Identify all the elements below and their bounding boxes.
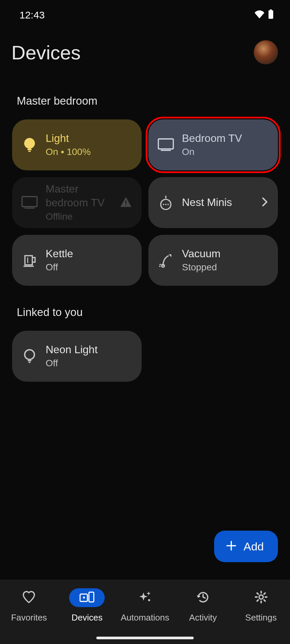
device-card-title: Light: [46, 131, 132, 146]
device-card-neon-light[interactable]: Neon Light Off: [12, 331, 142, 382]
device-card-status: On: [182, 145, 269, 158]
nav-settings[interactable]: Settings: [233, 588, 290, 623]
device-card-status: Off: [46, 261, 132, 274]
nav-label: Favorites: [11, 612, 47, 623]
tv-icon: [21, 195, 38, 211]
device-card-vacuum[interactable]: Vacuum Stopped: [148, 235, 278, 286]
svg-point-2: [24, 138, 35, 149]
svg-rect-3: [28, 149, 32, 150]
status-bar: 12:43: [0, 0, 290, 30]
svg-rect-8: [25, 208, 35, 209]
profile-avatar[interactable]: [254, 40, 278, 64]
device-card-status: Stopped: [182, 261, 269, 274]
svg-point-32: [259, 595, 263, 599]
nav-label: Activity: [189, 612, 217, 623]
svg-point-14: [165, 204, 166, 205]
page-header: Devices: [0, 30, 290, 74]
device-card-master-bedroom-tv[interactable]: Master bedroom TV Offline: [12, 177, 142, 228]
svg-rect-0: [270, 9, 272, 10]
device-grid-linked: Neon Light Off: [0, 319, 290, 382]
device-grid-master-bedroom: Light On • 100% Bedroom TV On Master bed…: [0, 107, 290, 286]
device-card-bedroom-tv[interactable]: Bedroom TV On: [148, 119, 278, 170]
nav-label: Settings: [245, 612, 277, 623]
svg-point-15: [167, 204, 169, 205]
svg-rect-4: [28, 151, 31, 152]
device-card-status: On • 100%: [46, 145, 132, 158]
svg-point-19: [159, 266, 160, 267]
device-card-title: Master bedroom TV: [46, 182, 117, 210]
device-card-title: Nest Minis: [182, 196, 269, 210]
gear-icon: [254, 590, 268, 605]
svg-point-28: [83, 597, 85, 599]
device-card-title: Neon Light: [46, 343, 132, 357]
svg-rect-27: [89, 592, 94, 602]
wifi-icon: [254, 9, 264, 21]
warning-icon: [120, 197, 132, 208]
svg-rect-23: [29, 362, 31, 363]
plus-icon: [226, 540, 237, 553]
svg-rect-10: [126, 205, 127, 206]
section-title-linked: Linked to you: [0, 286, 290, 319]
tv-icon: [158, 137, 174, 153]
lightbulb-icon: [21, 137, 38, 153]
status-icons: [254, 9, 274, 21]
svg-rect-22: [28, 360, 31, 361]
add-button-label: Add: [244, 540, 264, 553]
nav-automations[interactable]: Automations: [116, 588, 174, 623]
device-card-status: Off: [46, 357, 132, 370]
history-icon: [196, 590, 210, 605]
svg-point-13: [163, 204, 164, 205]
nav-favorites[interactable]: Favorites: [0, 588, 57, 623]
devices-icon: [80, 591, 94, 604]
device-card-title: Bedroom TV: [182, 131, 269, 146]
nav-devices[interactable]: Devices: [58, 588, 115, 623]
device-card-nest-minis[interactable]: Nest Minis: [148, 177, 278, 228]
svg-line-31: [203, 597, 205, 598]
kettle-icon: [21, 252, 38, 268]
section-title-master-bedroom: Master bedroom: [0, 74, 290, 107]
device-card-status: Offline: [46, 210, 117, 223]
device-card-kettle[interactable]: Kettle Off: [12, 235, 142, 286]
home-indicator: [96, 637, 194, 639]
nav-label: Devices: [71, 612, 102, 623]
sparkle-icon: [138, 590, 152, 605]
heart-icon: [22, 591, 36, 604]
speaker-group-icon: [158, 195, 174, 211]
svg-rect-9: [126, 201, 127, 204]
svg-rect-5: [158, 139, 174, 149]
status-time: 12:43: [19, 9, 45, 21]
svg-rect-6: [161, 150, 171, 151]
svg-rect-7: [22, 197, 37, 207]
add-button[interactable]: Add: [214, 531, 278, 562]
vacuum-icon: [158, 252, 174, 268]
svg-point-21: [25, 350, 35, 360]
svg-rect-1: [269, 10, 273, 18]
chevron-right-icon: [262, 197, 268, 208]
page-title: Devices: [11, 41, 81, 64]
nav-label: Automations: [121, 612, 170, 623]
battery-icon: [268, 9, 274, 21]
bottom-nav: Favorites Devices Automations Activity: [0, 580, 290, 644]
device-card-title: Vacuum: [182, 247, 269, 261]
device-card-light[interactable]: Light On • 100%: [12, 119, 142, 170]
svg-point-29: [148, 599, 150, 601]
nav-activity[interactable]: Activity: [175, 588, 232, 623]
device-card-title: Kettle: [46, 247, 132, 261]
lightbulb-outline-icon: [21, 348, 38, 364]
